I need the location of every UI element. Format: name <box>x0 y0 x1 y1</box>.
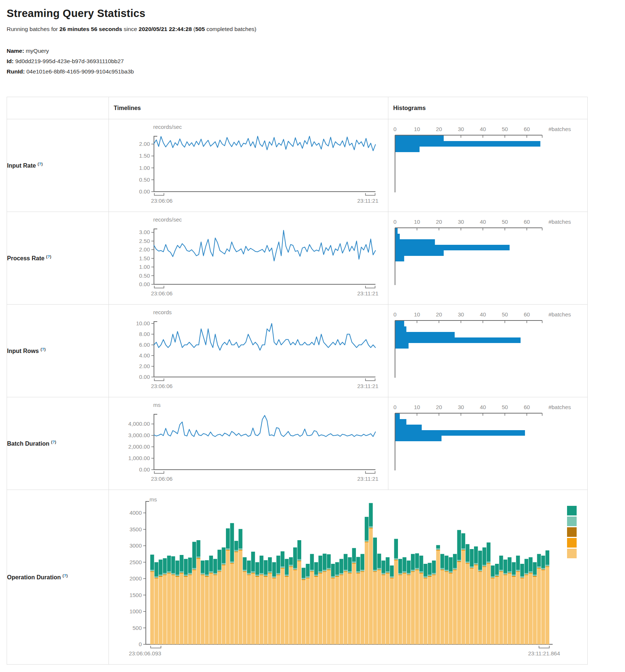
histogram-svg: 0102030405060#batches <box>388 397 587 490</box>
svg-text:30: 30 <box>458 126 464 132</box>
svg-text:60: 60 <box>524 404 530 410</box>
page-title: Streaming Query Statistics <box>7 7 618 20</box>
svg-text:3500: 3500 <box>130 526 142 532</box>
paren-open: ( <box>192 26 195 32</box>
svg-text:10: 10 <box>414 404 420 410</box>
svg-text:40: 40 <box>480 311 486 318</box>
svg-text:4,000.00: 4,000.00 <box>128 421 150 427</box>
query-runid-line: RunId: 04e101e6-8bf8-4165-9099-9104c951b… <box>7 66 618 77</box>
svg-text:30: 30 <box>458 404 464 410</box>
svg-text:3000: 3000 <box>130 542 142 549</box>
svg-text:3.00: 3.00 <box>139 229 150 235</box>
row-label-operation-duration: Operation Duration (?) <box>7 490 109 665</box>
row-label-text: Input Rate <box>7 162 36 169</box>
batch-duration-timeline-chart: ms0.001,000.002,000.003,000.004,000.0023… <box>109 397 388 490</box>
row-label-input-rows: Input Rows (?) <box>7 305 109 397</box>
svg-text:40: 40 <box>480 219 486 225</box>
batch-duration-histogram-chart: 0102030405060#batches <box>388 397 587 490</box>
stacked-bar-svg: ms0500100015002000250030003500400023:06:… <box>109 490 587 664</box>
svg-text:50: 50 <box>502 126 508 132</box>
svg-text:20: 20 <box>436 126 442 132</box>
svg-text:0: 0 <box>394 219 396 225</box>
svg-text:#batches: #batches <box>549 219 571 225</box>
operation-duration-chart: ms0500100015002000250030003500400023:06:… <box>109 490 587 664</box>
input-rate-timeline-chart: records/sec0.000.501.001.502.0023:06:062… <box>109 119 388 212</box>
svg-text:23:11:21: 23:11:21 <box>357 198 378 204</box>
help-icon[interactable]: (?) <box>51 440 56 444</box>
row-label-text: Batch Duration <box>7 440 49 447</box>
svg-text:23:11:21: 23:11:21 <box>357 476 378 482</box>
svg-text:30: 30 <box>458 311 464 318</box>
table-row: Input Rate (?) records/sec0.000.501.001.… <box>7 119 588 212</box>
svg-text:1.00: 1.00 <box>139 165 150 171</box>
process-rate-timeline-chart: records/sec0.000.501.001.502.002.503.002… <box>109 212 388 304</box>
svg-text:2.50: 2.50 <box>139 238 150 244</box>
row-label-text: Input Rows <box>7 348 39 354</box>
svg-text:4.00: 4.00 <box>139 352 150 359</box>
svg-text:23:11:21: 23:11:21 <box>357 290 378 296</box>
legend-swatch <box>567 527 577 537</box>
id-value: 9d0dd219-995d-423e-b97d-36931110bb27 <box>15 58 124 64</box>
query-meta: Name: myQuery Id: 9d0dd219-995d-423e-b97… <box>7 46 618 77</box>
svg-text:50: 50 <box>502 404 508 410</box>
svg-text:1000: 1000 <box>130 608 142 614</box>
svg-text:20: 20 <box>436 404 442 410</box>
svg-text:23:06:06.093: 23:06:06.093 <box>129 650 161 656</box>
svg-text:ms: ms <box>153 402 161 408</box>
svg-text:#batches: #batches <box>549 404 571 410</box>
table-row: Input Rows (?) records0.002.004.006.008.… <box>7 305 588 397</box>
svg-text:8.00: 8.00 <box>139 331 150 337</box>
svg-text:0: 0 <box>394 126 396 132</box>
svg-text:0: 0 <box>394 311 396 318</box>
input-rate-histogram-chart: 0102030405060#batches <box>388 119 587 212</box>
svg-text:#batches: #batches <box>549 126 571 132</box>
timeline-svg: records/sec0.000.501.001.502.0023:06:062… <box>109 119 388 212</box>
svg-text:1,000.00: 1,000.00 <box>128 455 150 461</box>
svg-text:2000: 2000 <box>130 575 142 582</box>
row-label-process-rate: Process Rate (?) <box>7 212 109 305</box>
svg-text:23:06:06: 23:06:06 <box>151 198 172 204</box>
svg-text:40: 40 <box>480 126 486 132</box>
svg-text:10: 10 <box>414 126 420 132</box>
timeline-svg: records0.002.004.006.008.0010.0023:06:06… <box>109 305 388 397</box>
row-label-input-rate: Input Rate (?) <box>7 119 109 212</box>
timeline-svg: records/sec0.000.501.001.502.002.503.002… <box>109 212 388 304</box>
svg-text:records/sec: records/sec <box>153 216 182 223</box>
svg-text:0.00: 0.00 <box>139 466 150 473</box>
svg-text:23:11:21: 23:11:21 <box>357 383 378 389</box>
svg-text:2.00: 2.00 <box>139 363 150 369</box>
input-rows-histogram-chart: 0102030405060#batches <box>388 305 587 397</box>
svg-text:1.50: 1.50 <box>139 152 150 159</box>
svg-text:#batches: #batches <box>549 311 571 318</box>
svg-text:0.00: 0.00 <box>139 374 150 380</box>
svg-text:60: 60 <box>524 219 530 225</box>
table-row: Process Rate (?) records/sec0.000.501.00… <box>7 212 588 305</box>
svg-text:60: 60 <box>524 311 530 318</box>
run-duration: 26 minutes 56 seconds <box>59 26 122 32</box>
query-name-line: Name: myQuery <box>7 46 618 56</box>
svg-text:0.50: 0.50 <box>139 272 150 279</box>
svg-text:2,000.00: 2,000.00 <box>128 443 150 450</box>
svg-text:0: 0 <box>139 641 142 647</box>
svg-text:2.00: 2.00 <box>139 141 150 147</box>
statistics-table: Timelines Histograms Input Rate (?) reco… <box>7 97 588 665</box>
svg-text:10: 10 <box>414 219 420 225</box>
svg-text:records/sec: records/sec <box>153 124 182 130</box>
help-icon[interactable]: (?) <box>38 162 43 166</box>
help-icon[interactable]: (?) <box>41 347 46 352</box>
histogram-svg: 0102030405060#batches <box>388 212 587 304</box>
summary-prefix: Running batches for <box>7 26 59 32</box>
name-label: Name: <box>7 48 24 54</box>
row-label-text: Operation Duration <box>7 574 61 580</box>
svg-text:20: 20 <box>436 311 442 318</box>
svg-text:1.50: 1.50 <box>139 255 150 261</box>
row-label-batch-duration: Batch Duration (?) <box>7 397 109 490</box>
help-icon[interactable]: (?) <box>62 573 68 578</box>
timelines-column-header: Timelines <box>109 97 388 119</box>
runid-label: RunId: <box>7 68 25 75</box>
histogram-svg: 0102030405060#batches <box>388 119 587 212</box>
histogram-svg: 0102030405060#batches <box>388 305 587 397</box>
help-icon[interactable]: (?) <box>46 254 51 259</box>
query-id-line: Id: 9d0dd219-995d-423e-b97d-36931110bb27 <box>7 56 618 66</box>
legend-swatch <box>567 506 577 515</box>
